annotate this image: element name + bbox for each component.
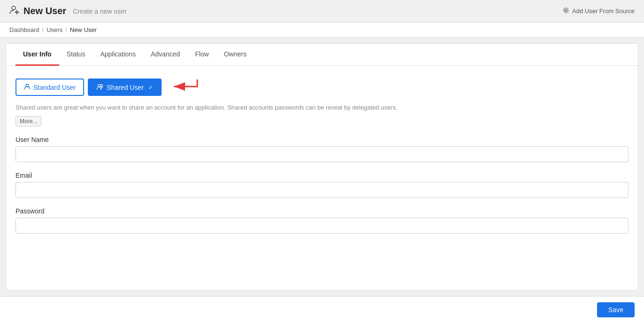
svg-point-3 <box>565 9 567 12</box>
username-label: User Name <box>16 136 628 143</box>
password-group: Password <box>16 207 628 234</box>
arrow-indicator <box>169 77 202 97</box>
more-button[interactable]: More... <box>16 116 41 126</box>
tabs: User Info Status Applications Advanced F… <box>6 44 638 66</box>
shared-user-description: Shared users are great when you want to … <box>16 103 628 112</box>
shared-user-icon <box>96 83 104 91</box>
email-group: Email <box>16 172 628 198</box>
svg-point-5 <box>98 85 101 87</box>
breadcrumb-current: New User <box>70 26 97 33</box>
footer: Save <box>0 296 644 323</box>
page-subtitle: Create a new user <box>73 8 126 15</box>
breadcrumb: Dashboard / Users / New User <box>0 23 644 38</box>
shared-user-check-icon: ✓ <box>148 84 153 91</box>
tab-applications[interactable]: Applications <box>93 44 143 66</box>
tab-flow[interactable]: Flow <box>187 44 217 66</box>
breadcrumb-sep-1: / <box>42 26 44 33</box>
tab-advanced[interactable]: Advanced <box>143 44 187 66</box>
header: New User Create a new user Add User From… <box>0 0 644 23</box>
user-type-row: Standard User Shared User ✓ <box>16 77 628 97</box>
save-button[interactable]: Save <box>597 302 635 317</box>
svg-point-6 <box>101 85 103 87</box>
svg-point-0 <box>12 6 16 10</box>
standard-user-icon <box>24 83 31 91</box>
new-user-icon <box>9 5 20 17</box>
username-group: User Name <box>16 136 628 162</box>
card: User Info Status Applications Advanced F… <box>6 43 638 291</box>
standard-user-label: Standard User <box>33 84 76 91</box>
shared-user-label: Shared User <box>107 84 144 91</box>
tab-owners[interactable]: Owners <box>217 44 254 66</box>
email-input[interactable] <box>16 182 628 198</box>
username-input[interactable] <box>16 146 628 162</box>
email-label: Email <box>16 172 628 179</box>
breadcrumb-sep-2: / <box>65 26 67 33</box>
content-area: Standard User Shared User ✓ <box>6 66 638 290</box>
header-left: New User Create a new user <box>9 5 127 17</box>
breadcrumb-dashboard[interactable]: Dashboard <box>9 26 39 33</box>
page-title: New User <box>23 6 66 16</box>
tab-status[interactable]: Status <box>59 44 93 66</box>
shared-user-button[interactable]: Shared User ✓ <box>88 79 162 96</box>
add-user-from-source-button[interactable]: Add User From Source <box>563 7 635 15</box>
main-wrapper: User Info Status Applications Advanced F… <box>0 38 644 296</box>
gear-icon <box>563 7 569 15</box>
tab-user-info[interactable]: User Info <box>16 44 59 66</box>
standard-user-button[interactable]: Standard User <box>16 79 84 96</box>
breadcrumb-users[interactable]: Users <box>47 26 62 33</box>
add-user-from-source-label: Add User From Source <box>572 8 635 15</box>
password-label: Password <box>16 207 628 215</box>
password-input[interactable] <box>16 218 628 234</box>
